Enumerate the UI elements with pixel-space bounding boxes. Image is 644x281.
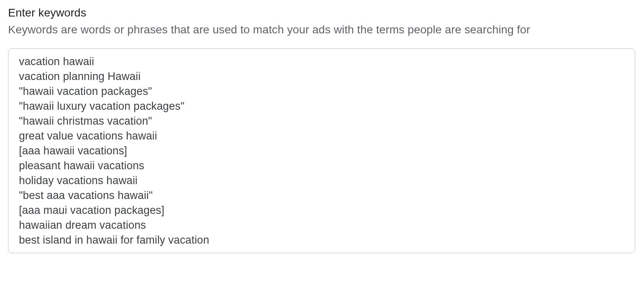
section-subtitle: Keywords are words or phrases that are u… bbox=[8, 23, 636, 37]
keywords-section: Enter keywords Keywords are words or phr… bbox=[0, 0, 644, 253]
keywords-textarea[interactable] bbox=[19, 54, 624, 253]
keywords-input-container[interactable] bbox=[8, 48, 635, 253]
section-title: Enter keywords bbox=[8, 6, 636, 20]
